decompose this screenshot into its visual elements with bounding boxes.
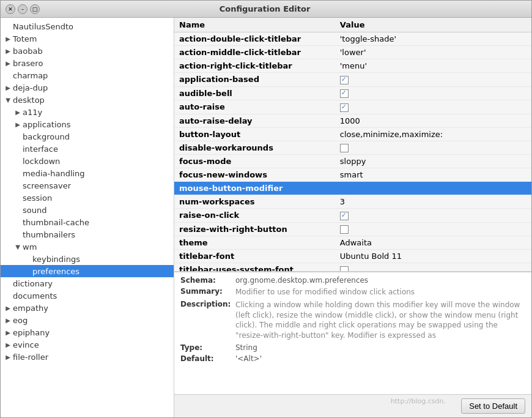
expand-icon: ▶ — [3, 34, 13, 43]
table-row[interactable]: focus-modesloppy — [174, 155, 531, 168]
sidebar-item-epiphany[interactable]: ▶ epiphany — [1, 326, 174, 338]
spacer-icon — [13, 217, 23, 227]
sidebar-item-label: background — [23, 132, 70, 141]
sidebar-item-label: brasero — [13, 59, 43, 68]
table-row[interactable]: num-workspaces3 — [174, 195, 531, 209]
sidebar-item-wm[interactable]: ▼ wm — [1, 241, 174, 253]
checkbox-icon — [340, 212, 349, 220]
table-row[interactable]: raise-on-click — [174, 209, 531, 223]
sidebar-item-empathy[interactable]: ▶ empathy — [1, 302, 174, 314]
sidebar-item-label: thumbnail-cache — [23, 218, 89, 227]
right-panel: Name Value action-double-click-titlebar'… — [174, 18, 531, 417]
table-row[interactable]: audible-bell — [174, 86, 531, 100]
sidebar-item-baobab[interactable]: ▶ baobab — [1, 45, 174, 57]
sidebar-item-charmap[interactable]: charmap — [1, 69, 174, 81]
sidebar-item-label: sound — [23, 206, 46, 215]
sidebar-item-dictionary[interactable]: dictionary — [1, 277, 174, 289]
config-value-cell: 1000 — [335, 114, 531, 127]
sidebar-item-preferences[interactable]: preferences — [1, 265, 174, 277]
spacer-icon — [3, 278, 13, 288]
sidebar-item-desktop[interactable]: ▼ desktop — [1, 94, 174, 106]
table-row[interactable]: auto-raise — [174, 100, 531, 114]
sidebar-item-keybindings[interactable]: keybindings — [1, 253, 174, 265]
description-row: Description: Clicking a window while hol… — [180, 300, 525, 341]
info-panel: Schema: org.gnome.desktop.wm.preferences… — [174, 272, 531, 394]
sidebar-item-thumbnail-cache[interactable]: thumbnail-cache — [1, 216, 174, 228]
default-label: Default: — [180, 354, 235, 363]
table-row[interactable]: mouse-button-modifier — [174, 182, 531, 195]
minimize-button[interactable]: – — [18, 4, 28, 14]
sidebar-item-session[interactable]: session — [1, 192, 174, 204]
table-row[interactable]: resize-with-right-button — [174, 222, 531, 236]
config-value-cell — [335, 100, 531, 114]
sidebar-item-label: charmap — [13, 71, 48, 80]
config-value-cell: 'toggle-shade' — [335, 32, 531, 46]
sidebar-item-label: lockdown — [23, 157, 60, 166]
sidebar-item-interface[interactable]: interface — [1, 143, 174, 155]
table-row[interactable]: action-right-click-titlebar'menu' — [174, 59, 531, 73]
config-value-cell — [335, 222, 531, 236]
summary-label: Summary: — [180, 287, 235, 297]
sidebar-item-sound[interactable]: sound — [1, 204, 174, 216]
set-to-default-button[interactable]: Set to Default — [461, 398, 525, 414]
config-name-cell: auto-raise-delay — [174, 114, 335, 127]
config-name-cell: theme — [174, 236, 335, 250]
table-row[interactable]: auto-raise-delay1000 — [174, 114, 531, 127]
sidebar-item-label: preferences — [32, 267, 79, 276]
sidebar-item-label: NautilusSendto — [13, 22, 73, 31]
table-row[interactable]: disable-workarounds — [174, 141, 531, 155]
config-name-cell: button-layout — [174, 127, 335, 141]
config-value-cell: 'lower' — [335, 46, 531, 59]
collapse-icon: ▼ — [3, 95, 13, 105]
sidebar-item-lockdown[interactable]: lockdown — [1, 155, 174, 167]
sidebar-item-a11y[interactable]: ▶ a11y — [1, 106, 174, 118]
schema-row: Schema: org.gnome.desktop.wm.preferences — [180, 276, 525, 285]
sidebar-item-applications[interactable]: ▶ applications — [1, 118, 174, 130]
checkbox-icon — [340, 144, 349, 152]
config-value-cell — [335, 73, 531, 87]
main-window: ✕ – □ Configuration Editor NautilusSendt… — [0, 0, 532, 418]
checkbox-icon — [340, 266, 349, 272]
sidebar-item-evince[interactable]: ▶ evince — [1, 338, 174, 351]
expand-icon: ▶ — [3, 315, 13, 325]
table-row[interactable]: action-middle-click-titlebar'lower' — [174, 46, 531, 59]
spacer-icon — [23, 254, 32, 264]
sidebar-item-label: deja-dup — [13, 83, 48, 92]
sidebar-item-brasero[interactable]: ▶ brasero — [1, 57, 174, 69]
config-value-cell: sloppy — [335, 155, 531, 168]
checkbox-icon — [340, 103, 349, 112]
table-row[interactable]: themeAdwaita — [174, 236, 531, 250]
sidebar-item-label: thumbnailers — [23, 230, 75, 239]
sidebar-item-nautilusendto[interactable]: NautilusSendto — [1, 20, 174, 32]
sidebar-item-background[interactable]: background — [1, 130, 174, 143]
maximize-button[interactable]: □ — [30, 4, 40, 14]
table-row[interactable]: focus-new-windowssmart — [174, 168, 531, 182]
expand-icon: ▶ — [3, 303, 13, 313]
config-table[interactable]: Name Value action-double-click-titlebar'… — [174, 18, 531, 272]
sidebar-item-file-roller[interactable]: ▶ file-roller — [1, 351, 174, 363]
config-value-cell — [335, 209, 531, 223]
spacer-icon — [13, 205, 23, 215]
sidebar-item-totem[interactable]: ▶ Totem — [1, 32, 174, 45]
table-row[interactable]: titlebar-fontUbuntu Bold 11 — [174, 250, 531, 263]
sidebar-item-label: dictionary — [13, 279, 53, 288]
table-row[interactable]: action-double-click-titlebar'toggle-shad… — [174, 32, 531, 46]
close-button[interactable]: ✕ — [6, 4, 15, 14]
sidebar-item-thumbnailers[interactable]: thumbnailers — [1, 228, 174, 241]
table-row[interactable]: button-layoutclose,minimize,maximize: — [174, 127, 531, 141]
sidebar-item-documents[interactable]: documents — [1, 289, 174, 302]
sidebar-item-media-handling[interactable]: media-handling — [1, 167, 174, 179]
config-value-cell: Adwaita — [335, 236, 531, 250]
config-value-cell — [335, 263, 531, 272]
default-row: Default: '<Alt>' — [180, 354, 525, 363]
config-name-cell: titlebar-uses-system-font — [174, 263, 335, 272]
summary-value: Modifier to use for modified window clic… — [235, 287, 525, 297]
sidebar-item-eog[interactable]: ▶ eog — [1, 314, 174, 326]
sidebar-item-screensaver[interactable]: screensaver — [1, 179, 174, 192]
table-row[interactable]: application-based — [174, 73, 531, 87]
table-row[interactable]: titlebar-uses-system-font — [174, 263, 531, 272]
sidebar-item-label: media-handling — [23, 169, 85, 178]
sidebar-item-deja-dup[interactable]: ▶ deja-dup — [1, 81, 174, 94]
config-value-cell: 'menu' — [335, 59, 531, 73]
sidebar[interactable]: NautilusSendto ▶ Totem ▶ baobab ▶ braser… — [1, 18, 174, 417]
